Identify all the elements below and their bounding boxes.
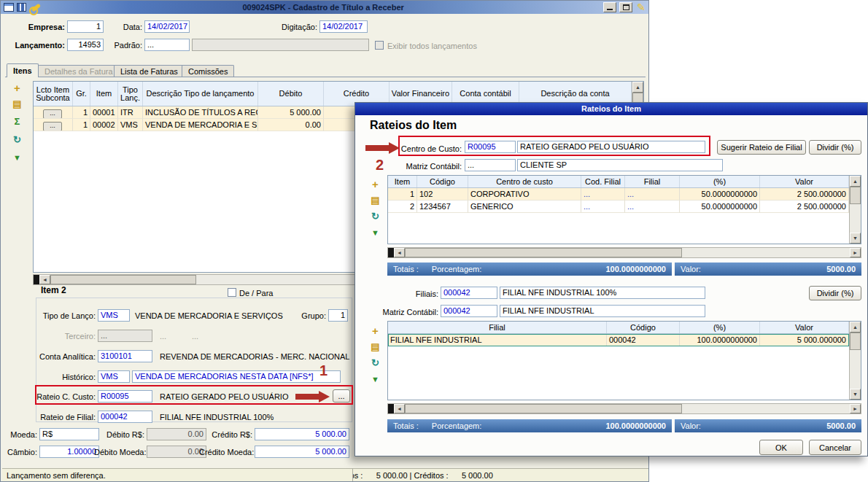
col-valor[interactable]: Valor (760, 322, 849, 333)
col-filial[interactable]: Filial (625, 176, 680, 187)
col-gr[interactable]: Gr. (73, 82, 90, 106)
split-grip[interactable] (34, 275, 39, 284)
col-cod-filial[interactable]: Cod. Filial (581, 176, 625, 187)
split-grip[interactable] (388, 404, 394, 413)
debito-moeda-field[interactable]: 0.00 (147, 446, 206, 458)
historico-desc-field[interactable]: VENDA DE MERCADORIAS NESTA DATA [NFS*] (132, 370, 341, 383)
cambio-field[interactable]: 1.00000 (39, 446, 99, 458)
credito-rs-field[interactable]: 5 000.00 (255, 428, 349, 440)
tab-comissoes[interactable]: Comissões (182, 65, 234, 77)
scroll-right-icon[interactable]: ► (850, 248, 861, 257)
scroll-up-icon[interactable]: ▲ (850, 176, 861, 187)
refresh-icon[interactable]: ↻ (369, 357, 381, 370)
empresa-field[interactable]: 1 (67, 20, 104, 33)
hscroll-thumb[interactable] (50, 275, 196, 284)
historico-code-field[interactable]: VMS (98, 370, 130, 383)
table-row[interactable]: 2 1234567 GENERICO ... ... 50.0000000000… (388, 201, 849, 213)
padrao-field[interactable]: ... (144, 39, 190, 51)
cell-cod-filial-lookup[interactable]: ... (581, 188, 625, 201)
col-tipo-lanc[interactable]: Tipo Lanç. (118, 82, 143, 106)
col-pct[interactable]: (%) (680, 322, 760, 333)
refresh-icon[interactable]: ↻ (369, 211, 381, 223)
minimize-button[interactable] (603, 2, 616, 12)
cell-cod-filial-lookup[interactable]: ... (581, 201, 625, 213)
matriz-contabil-1-desc-field[interactable]: CLIENTE SP (517, 159, 723, 171)
vscroll-thumb[interactable] (850, 187, 861, 204)
matriz-contabil-2-desc-field[interactable]: FILIAL NFE INDUSTRIAL (500, 305, 705, 317)
grid1-hscrollbar[interactable]: ◄ ► (387, 247, 861, 258)
terceiro-field[interactable]: ... (98, 330, 152, 342)
hscroll-track[interactable] (682, 404, 850, 413)
filiais-field[interactable]: 000042 (441, 287, 497, 299)
add-row-icon[interactable]: + (369, 179, 381, 191)
matriz-contabil-2-field[interactable]: 000042 (441, 305, 497, 317)
col-lcto-item-subconta[interactable]: Lcto Item Subconta (34, 82, 73, 106)
scroll-right-icon[interactable]: ► (850, 404, 861, 413)
rateio-custo-lookup-button[interactable]: ... (333, 389, 350, 403)
col-filial[interactable]: Filial (388, 322, 607, 333)
scroll-left-icon[interactable]: ◄ (394, 404, 405, 413)
data-field[interactable]: 14/02/2017 (144, 20, 190, 33)
matriz-contabil-1-field[interactable]: ... (465, 159, 516, 171)
dividir-pct-button-2[interactable]: Dividir (%) (809, 286, 861, 300)
scroll-up-icon[interactable]: ▲ (632, 82, 643, 93)
grid1-vscrollbar[interactable]: ▲ ▼ (849, 176, 861, 244)
credito-moeda-field[interactable]: 5 000.00 (255, 446, 349, 458)
col-codigo[interactable]: Código (417, 176, 468, 187)
table-row[interactable]: 1 102 CORPORATIVO ... ... 50.0000000000 … (388, 188, 849, 201)
hscroll-track[interactable] (682, 248, 850, 257)
post-down-icon[interactable]: ▼ (11, 152, 23, 164)
de-para-checkbox[interactable] (228, 288, 236, 297)
add-row-icon[interactable]: + (369, 325, 381, 338)
scroll-up-icon[interactable]: ▲ (850, 322, 861, 333)
hscroll-thumb[interactable] (405, 404, 682, 413)
hscroll-thumb[interactable] (405, 248, 682, 257)
cell-filial-lookup[interactable]: ... (625, 188, 680, 201)
scroll-down-icon[interactable]: ▼ (850, 233, 861, 244)
post-down-icon[interactable]: ▼ (369, 373, 381, 386)
col-valor[interactable]: Valor (760, 176, 849, 187)
vscroll-track[interactable] (850, 204, 861, 233)
col-item[interactable]: Item (90, 82, 118, 106)
scroll-left-icon[interactable]: ◄ (394, 248, 405, 257)
lancamento-field[interactable]: 14953 (67, 39, 104, 51)
rateio-filial-field[interactable]: 000042 (98, 411, 152, 423)
grupo-field[interactable]: 1 (328, 309, 348, 322)
tab-itens[interactable]: Itens (7, 63, 39, 77)
list-rows-icon[interactable]: ▤ (369, 341, 381, 354)
tipo-lanco-field[interactable]: VMS (98, 309, 130, 322)
exibir-todos-checkbox[interactable] (375, 41, 384, 50)
ok-button[interactable]: OK (759, 440, 803, 455)
col-centro-de-custo[interactable]: Centro de custo (468, 176, 581, 187)
split-grip[interactable] (388, 248, 394, 257)
col-debito[interactable]: Débito (258, 82, 324, 106)
digitacao-field[interactable]: 14/02/2017 (319, 20, 368, 33)
col-descricao-tipo[interactable]: Descrição Tipo de lançamento (143, 82, 258, 106)
col-item[interactable]: Item (388, 176, 417, 187)
vscroll-thumb[interactable] (850, 333, 861, 350)
col-pct[interactable]: (%) (680, 176, 760, 187)
sum-icon[interactable]: Σ (11, 116, 23, 128)
dividir-pct-button-1[interactable]: Dividir (%) (809, 140, 861, 155)
grid2-vscrollbar[interactable]: ▲ ▼ (849, 322, 861, 400)
post-down-icon[interactable]: ▼ (369, 227, 381, 239)
conta-analitica-field[interactable]: 3100101 (98, 350, 152, 362)
scroll-left-icon[interactable]: ◄ (39, 275, 50, 284)
cancel-button[interactable]: Cancelar (809, 440, 861, 455)
table-row[interactable]: FILIAL NFE INDUSTRIAL 000042 100.0000000… (388, 334, 849, 346)
subconta-button[interactable]: ... (43, 109, 62, 119)
add-row-icon[interactable]: + (11, 82, 23, 95)
col-codigo[interactable]: Código (607, 322, 680, 333)
tab-detalhes-da-fatura[interactable]: Detalhes da Fatura (38, 65, 120, 77)
tab-lista-de-faturas[interactable]: Lista de Faturas (114, 65, 185, 77)
edit-pencil-icon[interactable]: ✎ (637, 1, 646, 13)
scroll-down-icon[interactable]: ▼ (850, 389, 861, 400)
vscroll-track[interactable] (850, 350, 861, 389)
sugerir-rateio-button[interactable]: Sugerir Rateio de Filial (717, 140, 806, 155)
filiais-desc-field[interactable]: FILIAL NFE INDUSTRIAL 100% (500, 287, 705, 299)
list-rows-icon[interactable]: ▤ (11, 98, 23, 111)
subconta-button[interactable]: ... (43, 122, 62, 131)
grid2-hscrollbar[interactable]: ◄ ► (387, 403, 861, 414)
refresh-icon[interactable]: ↻ (11, 134, 23, 147)
moeda-field[interactable]: R$ (39, 428, 99, 440)
